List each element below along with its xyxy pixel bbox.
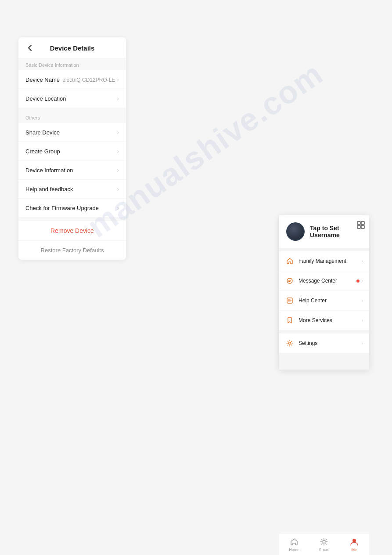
chevron-right-icon: › (361, 297, 363, 304)
more-services-item[interactable]: More Services › (279, 311, 369, 330)
me-tab-icon (349, 537, 359, 547)
firmware-upgrade-item[interactable]: Check for Firmware Upgrade › (18, 199, 126, 218)
chevron-right-icon: › (117, 204, 119, 211)
tab-smart[interactable]: Smart (309, 535, 339, 554)
device-information-label: Device Information (25, 167, 73, 174)
home-tab-label: Home (289, 548, 299, 552)
tab-home[interactable]: Home (279, 535, 309, 554)
help-feedback-item[interactable]: Help and feedback › (18, 180, 126, 199)
notification-dot (356, 279, 360, 283)
device-name-label: Device Name (25, 76, 60, 83)
home-tab-icon (289, 537, 299, 547)
message-icon (285, 276, 294, 285)
share-device-label: Share Device (25, 129, 60, 136)
svg-rect-0 (357, 221, 360, 225)
more-services-label: More Services (298, 317, 332, 323)
restore-factory-button[interactable]: Restore Factory Defaults (18, 241, 126, 260)
create-group-item[interactable]: Create Group › (18, 142, 126, 161)
basic-section-label: Basic Device Information (18, 59, 126, 70)
section-gap-2 (18, 218, 126, 221)
smart-tab-label: Smart (319, 548, 329, 552)
help-feedback-label: Help and feedback (25, 186, 73, 192)
spacer (279, 356, 369, 370)
bottom-tab-bar: Home Smart Me (279, 533, 369, 555)
svg-rect-1 (361, 221, 364, 225)
menu-group-2: Settings › (279, 334, 369, 353)
expand-button[interactable] (355, 219, 367, 231)
smart-tab-icon (319, 537, 329, 547)
chevron-right-icon: › (361, 258, 363, 264)
home-icon (285, 257, 294, 265)
device-name-item[interactable]: Device Name electriQ CD12PRO-LE › (18, 70, 126, 89)
chevron-right-icon: › (117, 185, 119, 192)
panel-title: Device Details (34, 44, 110, 52)
svg-point-6 (289, 342, 291, 345)
svg-point-7 (323, 540, 325, 543)
bookmark-icon (285, 316, 294, 325)
settings-icon (285, 339, 294, 348)
settings-item[interactable]: Settings › (279, 334, 369, 353)
family-management-item[interactable]: Family Management › (279, 251, 369, 271)
message-center-item[interactable]: Message Center › (279, 271, 369, 291)
menu-group-1: Family Management › Message Center › (279, 251, 369, 330)
remove-device-button[interactable]: Remove Device (18, 221, 126, 241)
avatar (286, 222, 305, 241)
help-center-item[interactable]: Help Center › (279, 291, 369, 311)
message-center-label: Message Center (298, 278, 337, 284)
tab-me[interactable]: Me (339, 535, 369, 554)
svg-rect-3 (361, 225, 364, 229)
device-details-panel: Device Details Basic Device Information … (18, 37, 126, 260)
me-panel: Tap to Set Username Family Management › (279, 215, 369, 370)
chevron-right-icon: › (117, 167, 119, 174)
help-icon (285, 296, 294, 305)
svg-point-8 (352, 539, 356, 542)
section-gap (18, 108, 126, 112)
chevron-right-icon: › (361, 340, 363, 346)
svg-rect-2 (357, 225, 360, 229)
settings-label: Settings (298, 340, 317, 346)
chevron-right-icon: › (361, 278, 363, 284)
device-location-label: Device Location (25, 95, 66, 102)
chevron-right-icon: › (117, 129, 119, 136)
chevron-right-icon: › (117, 76, 119, 83)
firmware-upgrade-label: Check for Firmware Upgrade (25, 205, 99, 211)
svg-point-4 (287, 278, 292, 283)
me-tab-label: Me (352, 548, 357, 552)
share-device-item[interactable]: Share Device › (18, 123, 126, 142)
create-group-label: Create Group (25, 148, 60, 155)
device-information-item[interactable]: Device Information › (18, 161, 126, 180)
family-management-label: Family Management (298, 258, 346, 264)
help-center-label: Help Center (298, 297, 327, 304)
panel-header: Device Details (18, 37, 126, 59)
chevron-right-icon: › (117, 95, 119, 102)
device-location-item[interactable]: Device Location › (18, 89, 126, 108)
device-name-value: electriQ CD12PRO-LE (62, 77, 115, 83)
others-section-label: Others (18, 112, 126, 123)
chevron-right-icon: › (117, 148, 119, 155)
chevron-right-icon: › (361, 317, 363, 323)
back-button[interactable] (25, 44, 34, 52)
